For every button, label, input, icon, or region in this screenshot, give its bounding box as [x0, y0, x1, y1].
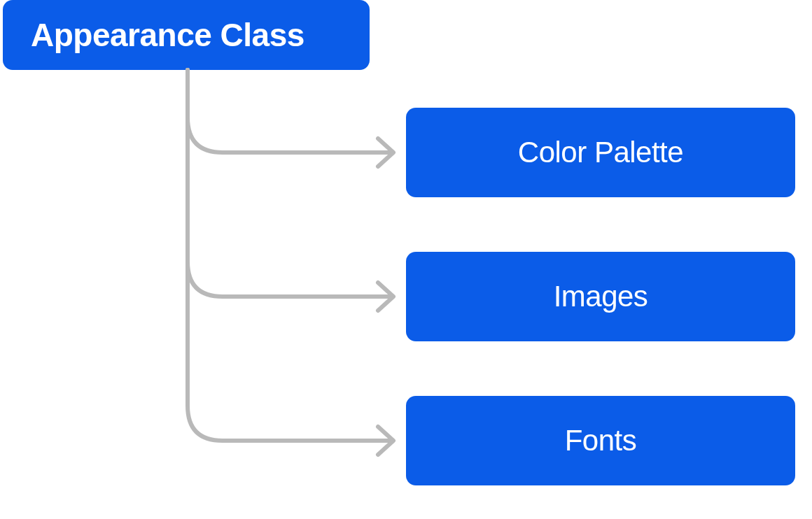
child-node-color-palette: Color Palette — [406, 108, 795, 197]
root-node-label: Appearance Class — [31, 16, 304, 54]
connector-arrows — [185, 70, 406, 476]
connector-line-3 — [188, 70, 392, 441]
child-node-label: Images — [554, 280, 648, 313]
child-node-fonts: Fonts — [406, 396, 795, 485]
child-node-images: Images — [406, 252, 795, 341]
root-node-appearance-class: Appearance Class — [3, 0, 370, 70]
child-node-label: Color Palette — [518, 136, 683, 169]
connector-line-2 — [188, 70, 392, 297]
child-node-label: Fonts — [565, 424, 637, 457]
connector-line-1 — [188, 70, 392, 152]
